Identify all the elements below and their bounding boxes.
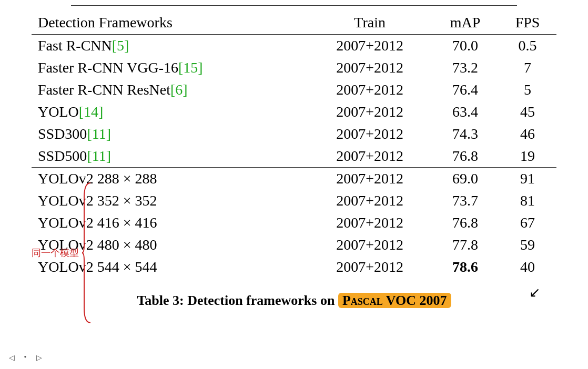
cell-map: 69.0 xyxy=(432,168,499,190)
cell-fps: 91 xyxy=(499,168,556,190)
cell-framework: Fast R-CNN[5] xyxy=(32,35,308,57)
cell-fps: 40 xyxy=(499,256,556,278)
cell-fps: 81 xyxy=(499,190,556,212)
cell-map: 78.6 xyxy=(432,256,499,278)
cell-train: 2007+2012 xyxy=(308,101,432,123)
ref-link: [5] xyxy=(112,37,129,54)
cell-train: 2007+2012 xyxy=(308,190,432,212)
table-row: YOLOv2 544 × 544 2007+2012 78.6 40 xyxy=(32,256,556,278)
table-row: Faster R-CNN VGG-16[15] 2007+2012 73.2 7 xyxy=(32,57,556,79)
cell-fps: 0.5 xyxy=(499,35,556,57)
cell-train: 2007+2012 xyxy=(308,234,432,256)
cell-train: 2007+2012 xyxy=(308,212,432,234)
table-row: YOLOv2 288 × 288 2007+2012 69.0 91 xyxy=(32,168,556,190)
table-wrapper: 同一个模型 Detection Frameworks Train mAP FPS… xyxy=(32,11,556,278)
table-row: SSD300[11] 2007+2012 74.3 46 xyxy=(32,123,556,145)
ref-link: [14] xyxy=(79,104,104,120)
cell-framework: SSD300[11] xyxy=(32,123,308,145)
header-framework: Detection Frameworks xyxy=(32,11,308,35)
table-row: YOLO[14] 2007+2012 63.4 45 xyxy=(32,101,556,123)
brace-annotation: 同一个模型 xyxy=(32,182,93,324)
table-caption: Table 3: Detection frameworks on Pascal … xyxy=(32,293,556,309)
cell-map: 74.3 xyxy=(432,123,499,145)
cell-framework: Faster R-CNN VGG-16[15] xyxy=(32,57,308,79)
cell-train: 2007+2012 xyxy=(308,35,432,57)
cell-train: 2007+2012 xyxy=(308,123,432,145)
cell-fps: 45 xyxy=(499,101,556,123)
ref-link: [6] xyxy=(170,81,188,98)
table-row: YOLOv2 352 × 352 2007+2012 73.7 81 xyxy=(32,190,556,212)
nav-controls: ◁ • ▷ xyxy=(6,352,44,363)
ref-link: [11] xyxy=(87,126,111,142)
cell-map: 63.4 xyxy=(432,101,499,123)
brace-label: 同一个模型 xyxy=(32,247,79,259)
table-body: Fast R-CNN[5] 2007+2012 70.0 0.5 Faster … xyxy=(32,35,556,279)
cell-map: 76.8 xyxy=(432,145,499,168)
cell-fps: 46 xyxy=(499,123,556,145)
table-row: YOLOv2 480 × 480 2007+2012 77.8 59 xyxy=(32,234,556,256)
ref-link: [11] xyxy=(87,148,111,164)
cell-map: 73.7 xyxy=(432,190,499,212)
cell-fps: 5 xyxy=(499,79,556,101)
top-border-line xyxy=(71,5,517,6)
main-container: 同一个模型 Detection Frameworks Train mAP FPS… xyxy=(0,0,588,369)
cell-map: 76.4 xyxy=(432,79,499,101)
comparison-table: Detection Frameworks Train mAP FPS Fast … xyxy=(32,11,556,278)
cell-framework: Faster R-CNN ResNet[6] xyxy=(32,79,308,101)
cell-fps: 67 xyxy=(499,212,556,234)
cell-fps: 59 xyxy=(499,234,556,256)
ref-link: [15] xyxy=(178,59,203,76)
cell-map: 77.8 xyxy=(432,234,499,256)
table-row: Faster R-CNN ResNet[6] 2007+2012 76.4 5 xyxy=(32,79,556,101)
table-header-row: Detection Frameworks Train mAP FPS xyxy=(32,11,556,35)
table-row: YOLOv2 416 × 416 2007+2012 76.8 67 xyxy=(32,212,556,234)
cell-framework: SSD500[11] xyxy=(32,145,308,168)
cell-map: 70.0 xyxy=(432,35,499,57)
cell-framework: YOLO[14] xyxy=(32,101,308,123)
caption-prefix: Table 3: Detection frameworks on xyxy=(137,293,334,308)
nav-back-button[interactable]: ◁ xyxy=(6,352,17,363)
cell-map: 76.8 xyxy=(432,212,499,234)
caption-highlight: Pascal VOC 2007 xyxy=(338,293,451,308)
nav-forward-button[interactable]: ▷ xyxy=(34,352,44,363)
brace-icon xyxy=(81,182,93,324)
cell-train: 2007+2012 xyxy=(308,79,432,101)
cell-train: 2007+2012 xyxy=(308,168,432,190)
nav-dot: • xyxy=(20,352,31,363)
cell-fps: 7 xyxy=(499,57,556,79)
header-train: Train xyxy=(308,11,432,35)
cell-train: 2007+2012 xyxy=(308,57,432,79)
header-map: mAP xyxy=(432,11,499,35)
bold-map: 78.6 xyxy=(452,259,478,275)
table-row: Fast R-CNN[5] 2007+2012 70.0 0.5 xyxy=(32,35,556,57)
cell-map: 73.2 xyxy=(432,57,499,79)
cell-train: 2007+2012 xyxy=(308,256,432,278)
cell-train: 2007+2012 xyxy=(308,145,432,168)
header-fps: FPS xyxy=(499,11,556,35)
table-row: SSD500[11] 2007+2012 76.8 19 xyxy=(32,145,556,168)
cell-fps: 19 xyxy=(499,145,556,168)
